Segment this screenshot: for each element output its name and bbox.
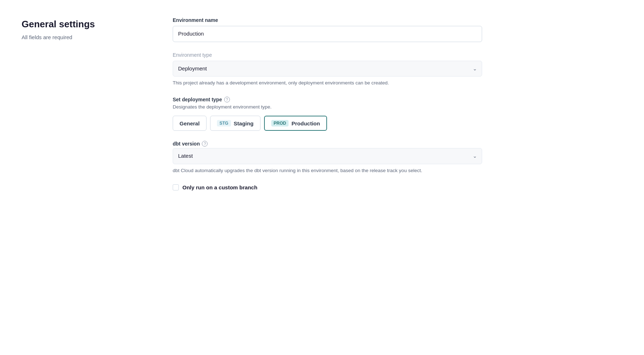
- env-type-select[interactable]: Deployment Development: [173, 61, 482, 77]
- deployment-type-sublabel: Designates the deployment environment ty…: [173, 104, 482, 111]
- left-panel: General settings All fields are required: [22, 17, 144, 190]
- deployment-type-buttons: General STG Staging PROD Production: [173, 116, 482, 131]
- right-panel: Environment name Environment type Deploy…: [173, 17, 482, 190]
- deployment-btn-general[interactable]: General: [173, 116, 207, 131]
- deployment-btn-production[interactable]: PROD Production: [264, 116, 327, 131]
- dbt-version-help-icon[interactable]: ?: [202, 141, 208, 147]
- dbt-version-helper: dbt Cloud automatically upgrades the dbt…: [173, 167, 482, 174]
- deployment-btn-general-label: General: [180, 120, 200, 126]
- dbt-version-group: dbt version ? Latest 1.7 1.6 1.5 ⌄ dbt C…: [173, 141, 482, 174]
- env-name-group: Environment name: [173, 17, 482, 42]
- env-type-label: Environment type: [173, 52, 482, 58]
- deployment-btn-staging-badge: STG: [217, 120, 231, 126]
- dbt-version-select-wrapper: Latest 1.7 1.6 1.5 ⌄: [173, 148, 482, 164]
- deployment-type-group: Set deployment type ? Designates the dep…: [173, 97, 482, 131]
- deployment-btn-production-label: Production: [291, 120, 320, 126]
- deployment-type-label-text: Set deployment type: [173, 97, 222, 102]
- deployment-type-help-icon[interactable]: ?: [224, 97, 230, 102]
- page-title: General settings: [22, 19, 144, 30]
- page-subtitle: All fields are required: [22, 33, 144, 41]
- deployment-btn-staging[interactable]: STG Staging: [210, 116, 260, 131]
- custom-branch-checkbox[interactable]: [173, 184, 179, 190]
- deployment-type-label-row: Set deployment type ?: [173, 97, 482, 102]
- env-type-helper: This project already has a development e…: [173, 79, 482, 87]
- env-name-label: Environment name: [173, 17, 482, 23]
- page-container: General settings All fields are required…: [22, 17, 622, 190]
- deployment-btn-staging-label: Staging: [234, 120, 254, 126]
- env-type-group: Environment type Deployment Development …: [173, 52, 482, 87]
- deployment-btn-production-badge: PROD: [271, 120, 289, 126]
- dbt-version-label-text: dbt version: [173, 141, 200, 147]
- custom-branch-row: Only run on a custom branch: [173, 184, 482, 190]
- dbt-version-label-row: dbt version ?: [173, 141, 482, 147]
- dbt-version-select[interactable]: Latest 1.7 1.6 1.5: [173, 148, 482, 164]
- env-type-select-wrapper: Deployment Development ⌄: [173, 61, 482, 77]
- env-name-input[interactable]: [173, 26, 482, 42]
- custom-branch-label[interactable]: Only run on a custom branch: [182, 184, 257, 190]
